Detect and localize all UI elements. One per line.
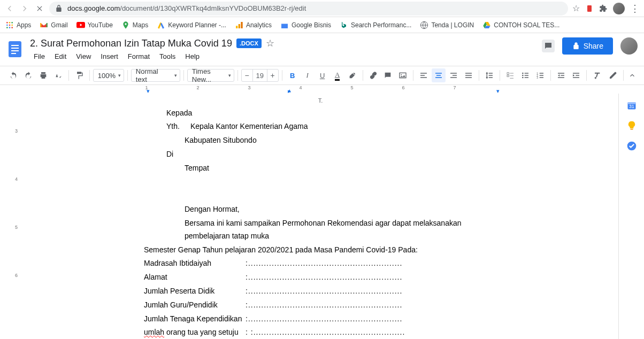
svg-text:31: 31 bbox=[629, 104, 634, 109]
drive-icon bbox=[482, 21, 491, 29]
menu-tools[interactable]: Tools bbox=[156, 50, 179, 63]
image-button[interactable] bbox=[396, 68, 410, 82]
text-kepada: Kepada bbox=[144, 107, 497, 120]
menu-insert[interactable]: Insert bbox=[97, 50, 122, 63]
lock-icon bbox=[55, 4, 63, 13]
extensions-puzzle-icon[interactable] bbox=[599, 4, 608, 13]
maps-icon bbox=[121, 21, 130, 29]
font-select[interactable]: Times New... bbox=[187, 69, 234, 82]
undo-button[interactable] bbox=[6, 68, 20, 82]
svg-point-26 bbox=[522, 73, 524, 74]
increase-size-button[interactable]: + bbox=[267, 71, 278, 80]
menu-view[interactable]: View bbox=[72, 50, 95, 63]
bookmark-analytics[interactable]: Analytics bbox=[235, 21, 272, 29]
bookmark-star-icon[interactable]: ☆ bbox=[572, 3, 580, 13]
bookmark-bisnis[interactable]: Google Bisnis bbox=[280, 21, 331, 29]
bookmark-youtube[interactable]: YouTube bbox=[76, 21, 113, 29]
bookmark-maps[interactable]: Maps bbox=[121, 21, 148, 29]
style-select[interactable]: Normal text bbox=[131, 69, 180, 82]
svg-point-1 bbox=[6, 22, 8, 24]
comment-button[interactable] bbox=[381, 68, 395, 82]
menu-bar: File Edit View Insert Format Tools Help bbox=[30, 50, 536, 63]
document-container: 3 4 5 6 T. Kepada Yth. Kepala Kantor Kem… bbox=[0, 94, 644, 339]
align-center-button[interactable] bbox=[432, 68, 446, 82]
document-title[interactable]: 2. Surat Permohonan Izin Tatap Muka Covi… bbox=[30, 38, 232, 49]
clear-format-button[interactable] bbox=[590, 68, 604, 82]
bookmark-search[interactable]: Search Performanc... bbox=[340, 21, 411, 29]
align-justify-button[interactable] bbox=[462, 68, 476, 82]
menu-format[interactable]: Format bbox=[124, 50, 154, 63]
svg-point-23 bbox=[401, 74, 402, 75]
bullet-list-button[interactable] bbox=[518, 68, 532, 82]
numbered-list-button[interactable]: 123 bbox=[533, 68, 547, 82]
svg-rect-25 bbox=[507, 75, 509, 76]
share-button[interactable]: Share bbox=[562, 37, 613, 55]
align-left-button[interactable] bbox=[417, 68, 431, 82]
star-icon[interactable]: ☆ bbox=[266, 37, 274, 49]
profile-avatar[interactable] bbox=[613, 3, 625, 14]
svg-point-3 bbox=[11, 22, 13, 24]
address-bar[interactable]: docs.google.com/document/d/130qXWRTkq4dm… bbox=[49, 2, 568, 16]
link-button[interactable] bbox=[366, 68, 380, 82]
svg-rect-21 bbox=[11, 53, 16, 54]
bookmarks-bar: Apps Gmail YouTube Maps Keyword Planner … bbox=[0, 17, 644, 33]
comments-button[interactable] bbox=[542, 40, 555, 52]
vertical-ruler[interactable]: 3 4 5 6 bbox=[0, 94, 22, 339]
svg-rect-35 bbox=[630, 129, 633, 130]
svg-rect-17 bbox=[9, 41, 21, 57]
text-color-button[interactable]: A bbox=[331, 68, 344, 82]
bookmark-apps[interactable]: Apps bbox=[5, 21, 31, 29]
decrease-size-button[interactable]: − bbox=[242, 71, 252, 80]
globe-icon bbox=[420, 21, 428, 29]
redo-button[interactable] bbox=[21, 68, 35, 82]
align-right-button[interactable] bbox=[447, 68, 461, 82]
italic-button[interactable]: I bbox=[301, 68, 315, 82]
url-path: /document/d/130qXWRTkq4dmlksnYVDoOBUM63B… bbox=[120, 4, 306, 12]
horizontal-ruler[interactable]: ▾ ▾ ▸ ▾ 1234567 bbox=[22, 85, 644, 94]
document-scroll-area[interactable]: T. Kepada Yth. Kepala Kantor Kementerian… bbox=[22, 94, 618, 339]
underline-button[interactable]: U bbox=[316, 68, 329, 82]
back-button[interactable] bbox=[4, 3, 15, 14]
line-spacing-button[interactable] bbox=[482, 68, 496, 82]
checklist-button[interactable] bbox=[503, 68, 517, 82]
keep-icon[interactable] bbox=[626, 120, 637, 131]
stop-button[interactable] bbox=[34, 3, 45, 14]
tasks-icon[interactable] bbox=[626, 141, 637, 151]
document-page[interactable]: T. Kepada Yth. Kepala Kantor Kementerian… bbox=[128, 94, 513, 339]
decrease-indent-button[interactable] bbox=[554, 68, 568, 82]
menu-help[interactable]: Help bbox=[181, 50, 203, 63]
business-icon bbox=[280, 21, 289, 29]
extension-icon[interactable] bbox=[585, 4, 594, 13]
bookmark-keyword[interactable]: Keyword Planner -... bbox=[157, 21, 226, 29]
menu-file[interactable]: File bbox=[30, 50, 49, 63]
collapse-toolbar-button[interactable] bbox=[627, 68, 638, 82]
account-avatar[interactable] bbox=[620, 37, 638, 55]
page-top-marker: T. bbox=[144, 96, 497, 106]
print-button[interactable] bbox=[36, 68, 50, 82]
calendar-icon[interactable]: 31 bbox=[626, 100, 637, 111]
form-row-3: Jumlah Peserta Didik:...................… bbox=[144, 285, 497, 298]
bookmark-contoh[interactable]: CONTOH SOAL TES... bbox=[482, 21, 559, 29]
docs-logo-icon[interactable] bbox=[5, 40, 25, 59]
spellcheck-button[interactable] bbox=[51, 68, 65, 82]
increase-indent-button[interactable] bbox=[569, 68, 583, 82]
ruler-tick: 2 bbox=[196, 85, 199, 90]
svg-rect-15 bbox=[281, 24, 288, 28]
forward-button[interactable] bbox=[19, 3, 30, 14]
bookmark-tenda[interactable]: Tenda | LOGIN bbox=[420, 21, 474, 29]
font-size-input[interactable]: 19 bbox=[252, 70, 267, 81]
bookmark-gmail[interactable]: Gmail bbox=[40, 21, 67, 29]
ruler-tick: 4 bbox=[299, 85, 302, 90]
docs-header: 2. Surat Permohonan Izin Tatap Muka Covi… bbox=[0, 33, 644, 63]
docx-badge: .DOCX bbox=[236, 38, 262, 48]
paint-format-button[interactable] bbox=[72, 68, 86, 82]
apps-icon bbox=[5, 21, 14, 29]
browser-menu-icon[interactable]: ⋮ bbox=[630, 3, 640, 14]
menu-edit[interactable]: Edit bbox=[51, 50, 70, 63]
editing-mode-button[interactable] bbox=[606, 68, 620, 82]
svg-text:3: 3 bbox=[537, 76, 539, 79]
svg-rect-13 bbox=[239, 24, 240, 28]
zoom-select[interactable]: 100% bbox=[93, 69, 124, 82]
bold-button[interactable]: B bbox=[286, 68, 300, 82]
highlight-button[interactable] bbox=[346, 68, 359, 82]
